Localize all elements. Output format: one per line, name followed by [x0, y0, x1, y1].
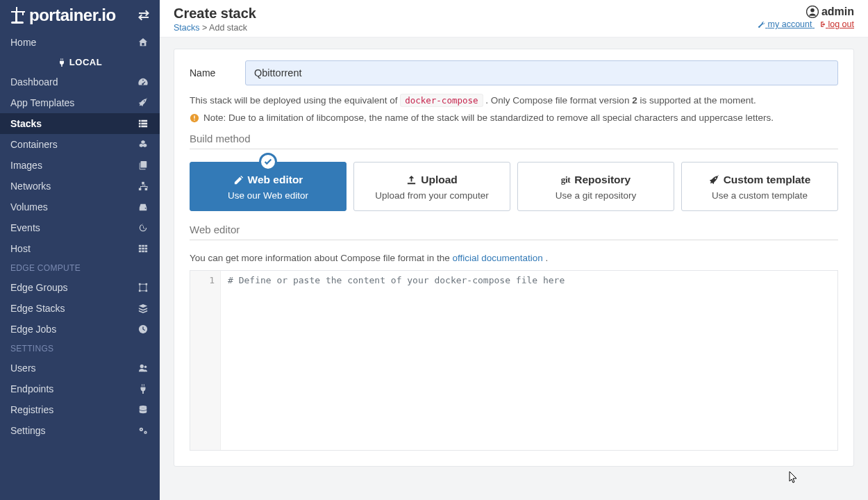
layers-icon: [138, 303, 149, 313]
svg-rect-0: [11, 22, 24, 24]
plug-icon: [58, 58, 66, 67]
editor-gutter: 1: [190, 271, 221, 450]
code-editor[interactable]: 1 # Define or paste the content of your …: [190, 270, 838, 451]
topbar: Create stack Stacks > Add stack admin my…: [160, 0, 868, 38]
svg-rect-6: [141, 120, 147, 122]
svg-rect-1: [15, 12, 17, 22]
git-icon: git: [561, 174, 571, 185]
svg-rect-13: [139, 188, 142, 191]
note-row: Note: Due to a limitation of libcompose,…: [190, 112, 838, 123]
sidebar-item-dashboard[interactable]: Dashboard: [0, 72, 160, 92]
sidebar-item-settings[interactable]: Settings: [0, 420, 160, 441]
sidebar-item-host[interactable]: Host: [0, 238, 160, 259]
rocket-icon: [138, 98, 149, 108]
history-icon: [138, 223, 149, 233]
object-group-icon: [138, 283, 149, 292]
crumb-stacks-link[interactable]: Stacks: [174, 23, 200, 33]
cogs-icon: [138, 426, 149, 435]
svg-rect-41: [194, 119, 194, 120]
svg-rect-40: [194, 115, 194, 118]
editor-info: You can get more information about Compo…: [190, 253, 838, 263]
helper-text: This stack will be deployed using the eq…: [190, 95, 838, 106]
method-custom-template[interactable]: Custom template Use a custom template: [681, 162, 838, 211]
svg-rect-3: [22, 12, 24, 15]
svg-rect-8: [141, 123, 147, 125]
build-method-heading: Build method: [190, 133, 838, 149]
home-icon: [138, 38, 149, 47]
svg-rect-15: [139, 245, 142, 247]
sitemap-icon: [138, 181, 149, 191]
svg-rect-20: [145, 248, 148, 250]
svg-rect-16: [142, 245, 144, 247]
svg-rect-22: [142, 251, 144, 253]
sidebar-item-registries[interactable]: Registries: [0, 399, 160, 420]
method-repository[interactable]: git Repository Use a git repository: [517, 162, 674, 211]
svg-rect-18: [139, 248, 142, 250]
svg-rect-19: [142, 248, 144, 250]
sidebar-item-edge-jobs[interactable]: Edge Jobs: [0, 319, 160, 340]
sidebar-heading-edge: EDGE COMPUTE: [0, 259, 160, 277]
clone-icon: [138, 160, 149, 170]
content: Name This stack will be deployed using t…: [160, 38, 868, 500]
method-web-editor[interactable]: Web editor Use our Web editor: [190, 162, 347, 211]
svg-point-38: [810, 8, 815, 12]
sidebar-item-stacks[interactable]: Stacks: [0, 113, 160, 134]
database-icon: [138, 405, 149, 415]
users-icon: [138, 363, 149, 373]
name-input[interactable]: [245, 60, 838, 85]
svg-rect-7: [139, 123, 141, 125]
form-card: Name This stack will be deployed using t…: [174, 49, 854, 467]
svg-rect-11: [141, 161, 147, 168]
user-area: admin my account log out: [754, 6, 854, 33]
svg-rect-4: [16, 7, 17, 11]
edit-icon: [233, 175, 244, 185]
sidebar-item-edge-groups[interactable]: Edge Groups: [0, 277, 160, 298]
sidebar-item-endpoints[interactable]: Endpoints: [0, 378, 160, 399]
sidebar-local-heading: LOCAL: [0, 53, 160, 72]
sidebar-item-events[interactable]: Events: [0, 217, 160, 238]
official-docs-link[interactable]: official documentation: [452, 253, 542, 263]
svg-point-36: [145, 432, 146, 433]
svg-rect-2: [11, 11, 25, 12]
svg-rect-14: [145, 188, 148, 191]
cubes-icon: [138, 140, 149, 149]
my-account-link[interactable]: my account: [758, 19, 815, 29]
sidebar-item-volumes[interactable]: Volumes: [0, 197, 160, 217]
svg-point-31: [144, 366, 147, 369]
clock-icon: [138, 324, 149, 334]
hdd-icon: [138, 202, 149, 212]
user-circle-icon: [806, 6, 819, 18]
brand-logo[interactable]: portainer.io: [10, 6, 116, 25]
svg-point-32: [140, 406, 147, 408]
sidebar-item-app-templates[interactable]: App Templates: [0, 92, 160, 113]
rocket-icon: [709, 175, 719, 185]
method-upload[interactable]: Upload Upload from your computer: [353, 162, 510, 211]
editor-textarea[interactable]: # Define or paste the content of your do…: [221, 271, 837, 450]
svg-rect-12: [142, 182, 144, 185]
logout-link[interactable]: log out: [819, 19, 854, 29]
wrench-icon: [758, 21, 765, 28]
username: admin: [821, 6, 854, 18]
svg-rect-9: [139, 126, 141, 128]
svg-rect-10: [141, 126, 147, 128]
tachometer-icon: [138, 77, 149, 87]
sidebar-item-containers[interactable]: Containers: [0, 134, 160, 155]
sidebar-item-networks[interactable]: Networks: [0, 176, 160, 197]
sidebar-item-home[interactable]: Home: [0, 32, 160, 53]
web-editor-heading: Web editor: [190, 224, 838, 240]
crane-icon: [10, 6, 26, 24]
sign-out-icon: [819, 21, 826, 28]
list-icon: [138, 119, 149, 128]
check-circle-icon: [259, 153, 277, 171]
breadcrumb: Stacks > Add stack: [174, 23, 256, 33]
swap-icon[interactable]: [137, 10, 150, 21]
svg-rect-21: [139, 251, 142, 253]
th-icon: [138, 244, 149, 253]
sidebar-item-users[interactable]: Users: [0, 358, 160, 378]
name-label: Name: [190, 67, 245, 78]
sidebar-heading-settings: SETTINGS: [0, 340, 160, 358]
sidebar-item-edge-stacks[interactable]: Edge Stacks: [0, 298, 160, 319]
code-docker-compose: docker-compose: [400, 94, 483, 107]
exclamation-circle-icon: [190, 113, 199, 123]
sidebar-item-images[interactable]: Images: [0, 155, 160, 176]
